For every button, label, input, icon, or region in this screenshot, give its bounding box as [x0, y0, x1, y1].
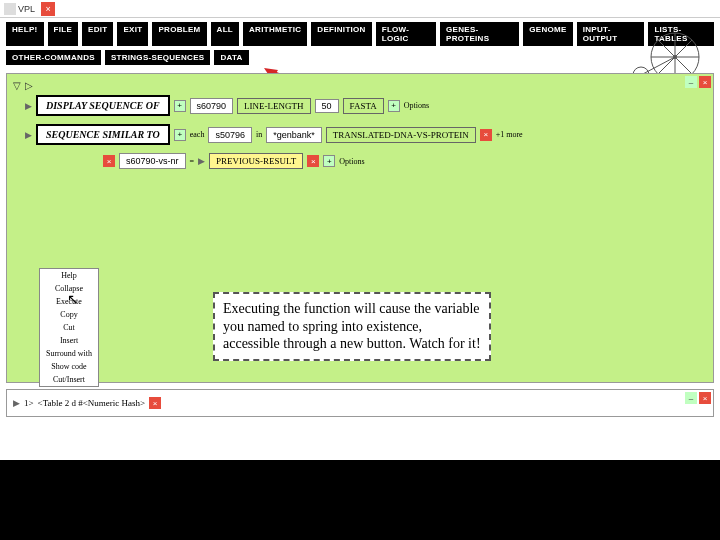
toolbar-btn-definition[interactable]: DEFINITION [311, 22, 371, 46]
node-display-sequence[interactable]: ▶ DISPLAY SEQUENCE OF + s60790 LINE-LENG… [25, 95, 707, 116]
var-field[interactable]: s60790-vs-nr [119, 153, 186, 169]
svg-line-9 [675, 57, 692, 74]
result-tag[interactable]: PREVIOUS-RESULT [209, 153, 303, 169]
menu-item-execute[interactable]: Execute [40, 295, 98, 308]
menu-item-help[interactable]: Help [40, 269, 98, 282]
chevron-down-icon[interactable]: ▽ [13, 80, 21, 91]
toolbar-btn-genome[interactable]: GENOME [523, 22, 572, 46]
each-label: each [190, 130, 205, 139]
mode-tag[interactable]: TRANSLATED-DNA-VS-PROTEIN [326, 127, 476, 143]
window-title: VPL [18, 4, 35, 14]
workspace-header: ▽ ▷ [13, 80, 707, 91]
toolbar: HELP!FILEEDITEXITPROBLEMALLARITHMETICDEF… [0, 18, 720, 69]
plus-icon[interactable]: + [388, 100, 400, 112]
result-text: <Table 2 d #<Numeric Hash> [38, 398, 146, 408]
remove-icon[interactable]: × [149, 397, 161, 409]
more-label[interactable]: +1 more [496, 130, 523, 139]
toolbar-btn-data[interactable]: DATA [214, 50, 248, 65]
app-icon [4, 3, 16, 15]
svg-line-8 [658, 40, 675, 57]
expand-icon[interactable]: ▶ [13, 398, 20, 408]
options-label[interactable]: Options [339, 157, 364, 166]
value-field[interactable]: s50796 [208, 127, 252, 143]
plus-icon[interactable]: + [174, 129, 186, 141]
toolbar-btn-exit[interactable]: EXIT [117, 22, 148, 46]
toolbar-btn-file[interactable]: FILE [48, 22, 79, 46]
result-index: 1> [24, 398, 34, 408]
toolbar-btn-othercommands[interactable]: OTHER-COMMANDS [6, 50, 101, 65]
options-label[interactable]: Options [404, 101, 429, 110]
toolbar-btn-help[interactable]: HELP! [6, 22, 44, 46]
toolbar-btn-flowlogic[interactable]: FLOW-LOGIC [376, 22, 436, 46]
expand-icon[interactable]: ▶ [198, 156, 205, 166]
titlebar: VPL × [0, 0, 720, 18]
num-field[interactable]: 50 [315, 99, 339, 113]
equals-label: = [190, 157, 195, 166]
toolbar-row-1: HELP!FILEEDITEXITPROBLEMALLARITHMETICDEF… [6, 22, 714, 46]
toolbar-row-2: OTHER-COMMANDSSTRINGS-SEQUENCESDATA [6, 50, 714, 65]
menu-item-surroundwith[interactable]: Surround with [40, 347, 98, 360]
result-bar: ▶ 1> <Table 2 d #<Numeric Hash> × – × [6, 389, 714, 417]
close-panel-icon[interactable]: × [699, 76, 711, 88]
toolbar-btn-edit[interactable]: EDIT [82, 22, 113, 46]
minimize-icon[interactable]: – [685, 76, 697, 88]
remove-icon[interactable]: × [103, 155, 115, 167]
function-label: SEQUENCE SIMILAR TO [36, 124, 170, 145]
close-icon[interactable]: × [41, 2, 55, 16]
remove-icon[interactable]: × [307, 155, 319, 167]
in-label: in [256, 130, 262, 139]
function-label: DISPLAY SEQUENCE OF [36, 95, 170, 116]
db-field[interactable]: *genbank* [266, 127, 322, 143]
param-tag[interactable]: LINE-LENGTH [237, 98, 310, 114]
menu-item-insert[interactable]: Insert [40, 334, 98, 347]
svg-line-11 [675, 40, 692, 57]
menu-item-cut[interactable]: Cut [40, 321, 98, 334]
menu-item-copy[interactable]: Copy [40, 308, 98, 321]
toolbar-btn-all[interactable]: ALL [211, 22, 239, 46]
remove-icon[interactable]: × [480, 129, 492, 141]
svg-line-10 [658, 57, 675, 74]
instruction-callout: Executing the function will cause the va… [213, 292, 491, 361]
toolbar-btn-stringssequences[interactable]: STRINGS-SEQUENCES [105, 50, 211, 65]
chevron-right-icon[interactable]: ▷ [25, 80, 33, 91]
format-tag[interactable]: FASTA [343, 98, 384, 114]
menu-item-collapse[interactable]: Collapse [40, 282, 98, 295]
node-previous-result[interactable]: × s60790-vs-nr = ▶ PREVIOUS-RESULT × + O… [103, 153, 707, 169]
value-field[interactable]: s60790 [190, 98, 234, 114]
minimize-icon[interactable]: – [685, 392, 697, 404]
context-menu: HelpCollapseExecuteCopyCutInsertSurround… [39, 268, 99, 387]
plus-icon[interactable]: + [323, 155, 335, 167]
expand-icon[interactable]: ▶ [25, 101, 32, 111]
toolbar-btn-genesproteins[interactable]: GENES-PROTEINS [440, 22, 519, 46]
workspace-controls: – × [685, 76, 711, 88]
workspace: – × ▽ ▷ ▶ DISPLAY SEQUENCE OF + s60790 L… [6, 73, 714, 383]
close-panel-icon[interactable]: × [699, 392, 711, 404]
menu-item-showcode[interactable]: Show code [40, 360, 98, 373]
footer-blackbar [0, 460, 720, 540]
expand-icon[interactable]: ▶ [25, 130, 32, 140]
toolbar-btn-problem[interactable]: PROBLEM [152, 22, 206, 46]
node-sequence-similar[interactable]: ▶ SEQUENCE SIMILAR TO + each s50796 in *… [25, 124, 707, 145]
plus-icon[interactable]: + [174, 100, 186, 112]
menu-item-cutinsert[interactable]: Cut/Insert [40, 373, 98, 386]
toolbar-btn-arithmetic[interactable]: ARITHMETIC [243, 22, 307, 46]
